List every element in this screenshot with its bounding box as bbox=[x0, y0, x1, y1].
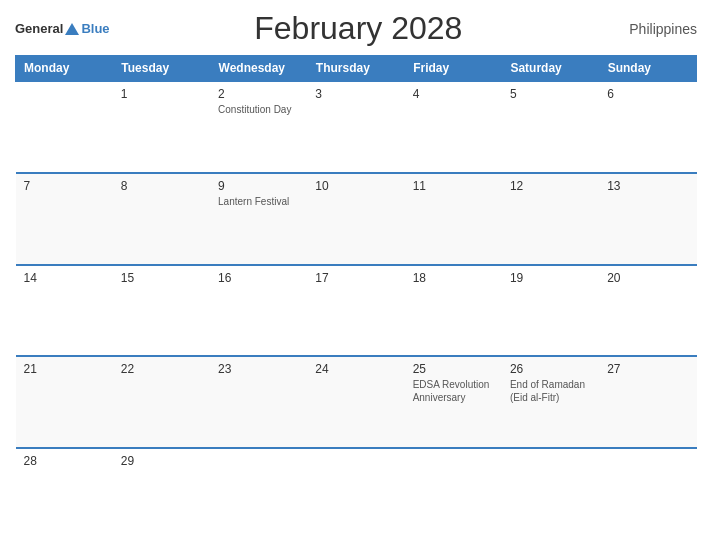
calendar-cell bbox=[502, 448, 599, 540]
calendar-cell: 16 bbox=[210, 265, 307, 357]
day-number: 24 bbox=[315, 362, 396, 376]
day-number: 12 bbox=[510, 179, 591, 193]
logo-blue-text: Blue bbox=[81, 21, 109, 36]
event-label: EDSA Revolution Anniversary bbox=[413, 378, 494, 404]
calendar-cell: 23 bbox=[210, 356, 307, 448]
calendar-row-week-5: 2829 bbox=[16, 448, 697, 540]
day-number: 3 bbox=[315, 87, 396, 101]
day-number: 18 bbox=[413, 271, 494, 285]
calendar-cell: 28 bbox=[16, 448, 113, 540]
weekday-header-sunday: Sunday bbox=[599, 56, 696, 82]
day-number: 23 bbox=[218, 362, 299, 376]
calendar-cell bbox=[599, 448, 696, 540]
calendar-cell bbox=[16, 81, 113, 173]
calendar-cell: 11 bbox=[405, 173, 502, 265]
day-number: 7 bbox=[24, 179, 105, 193]
day-number: 29 bbox=[121, 454, 202, 468]
day-number: 19 bbox=[510, 271, 591, 285]
day-number: 15 bbox=[121, 271, 202, 285]
calendar-cell: 7 bbox=[16, 173, 113, 265]
calendar-cell: 14 bbox=[16, 265, 113, 357]
calendar-cell: 15 bbox=[113, 265, 210, 357]
day-number: 28 bbox=[24, 454, 105, 468]
day-number: 13 bbox=[607, 179, 688, 193]
logo: General Blue bbox=[15, 21, 110, 36]
calendar-title: February 2028 bbox=[110, 10, 607, 47]
calendar-cell: 13 bbox=[599, 173, 696, 265]
calendar-cell: 9Lantern Festival bbox=[210, 173, 307, 265]
calendar-header: General Blue February 2028 Philippines bbox=[15, 10, 697, 47]
day-number: 22 bbox=[121, 362, 202, 376]
calendar-row-week-4: 2122232425EDSA Revolution Anniversary26E… bbox=[16, 356, 697, 448]
calendar-cell: 26End of Ramadan (Eid al-Fitr) bbox=[502, 356, 599, 448]
logo-general-text: General bbox=[15, 21, 63, 36]
calendar-cell bbox=[307, 448, 404, 540]
calendar-cell: 10 bbox=[307, 173, 404, 265]
calendar-cell: 24 bbox=[307, 356, 404, 448]
weekday-header-thursday: Thursday bbox=[307, 56, 404, 82]
calendar-cell: 22 bbox=[113, 356, 210, 448]
calendar-cell: 17 bbox=[307, 265, 404, 357]
calendar-cell: 1 bbox=[113, 81, 210, 173]
day-number: 2 bbox=[218, 87, 299, 101]
calendar-cell: 25EDSA Revolution Anniversary bbox=[405, 356, 502, 448]
calendar-cell: 19 bbox=[502, 265, 599, 357]
weekday-header-saturday: Saturday bbox=[502, 56, 599, 82]
calendar-cell: 27 bbox=[599, 356, 696, 448]
calendar-cell: 3 bbox=[307, 81, 404, 173]
calendar-table: MondayTuesdayWednesdayThursdayFridaySatu… bbox=[15, 55, 697, 540]
calendar-cell: 20 bbox=[599, 265, 696, 357]
day-number: 16 bbox=[218, 271, 299, 285]
day-number: 17 bbox=[315, 271, 396, 285]
event-label: Constitution Day bbox=[218, 103, 299, 116]
day-number: 25 bbox=[413, 362, 494, 376]
day-number: 10 bbox=[315, 179, 396, 193]
weekday-header-friday: Friday bbox=[405, 56, 502, 82]
day-number: 8 bbox=[121, 179, 202, 193]
day-number: 5 bbox=[510, 87, 591, 101]
weekday-header-tuesday: Tuesday bbox=[113, 56, 210, 82]
day-number: 21 bbox=[24, 362, 105, 376]
calendar-cell: 6 bbox=[599, 81, 696, 173]
day-number: 26 bbox=[510, 362, 591, 376]
calendar-cell: 21 bbox=[16, 356, 113, 448]
day-number: 14 bbox=[24, 271, 105, 285]
day-number: 27 bbox=[607, 362, 688, 376]
calendar-row-week-2: 789Lantern Festival10111213 bbox=[16, 173, 697, 265]
weekday-header-wednesday: Wednesday bbox=[210, 56, 307, 82]
day-number: 4 bbox=[413, 87, 494, 101]
weekday-header-monday: Monday bbox=[16, 56, 113, 82]
day-number: 1 bbox=[121, 87, 202, 101]
day-number: 11 bbox=[413, 179, 494, 193]
calendar-cell: 2Constitution Day bbox=[210, 81, 307, 173]
event-label: Lantern Festival bbox=[218, 195, 299, 208]
calendar-row-week-1: 12Constitution Day3456 bbox=[16, 81, 697, 173]
day-number: 6 bbox=[607, 87, 688, 101]
calendar-cell: 29 bbox=[113, 448, 210, 540]
day-number: 9 bbox=[218, 179, 299, 193]
logo-triangle-icon bbox=[65, 23, 79, 35]
calendar-cell: 18 bbox=[405, 265, 502, 357]
calendar-wrapper: General Blue February 2028 Philippines M… bbox=[0, 0, 712, 550]
calendar-cell: 8 bbox=[113, 173, 210, 265]
calendar-cell: 12 bbox=[502, 173, 599, 265]
weekday-header-row: MondayTuesdayWednesdayThursdayFridaySatu… bbox=[16, 56, 697, 82]
day-number: 20 bbox=[607, 271, 688, 285]
country-label: Philippines bbox=[607, 21, 697, 37]
calendar-cell bbox=[405, 448, 502, 540]
calendar-cell: 4 bbox=[405, 81, 502, 173]
calendar-cell: 5 bbox=[502, 81, 599, 173]
calendar-cell bbox=[210, 448, 307, 540]
event-label: End of Ramadan (Eid al-Fitr) bbox=[510, 378, 591, 404]
calendar-row-week-3: 14151617181920 bbox=[16, 265, 697, 357]
